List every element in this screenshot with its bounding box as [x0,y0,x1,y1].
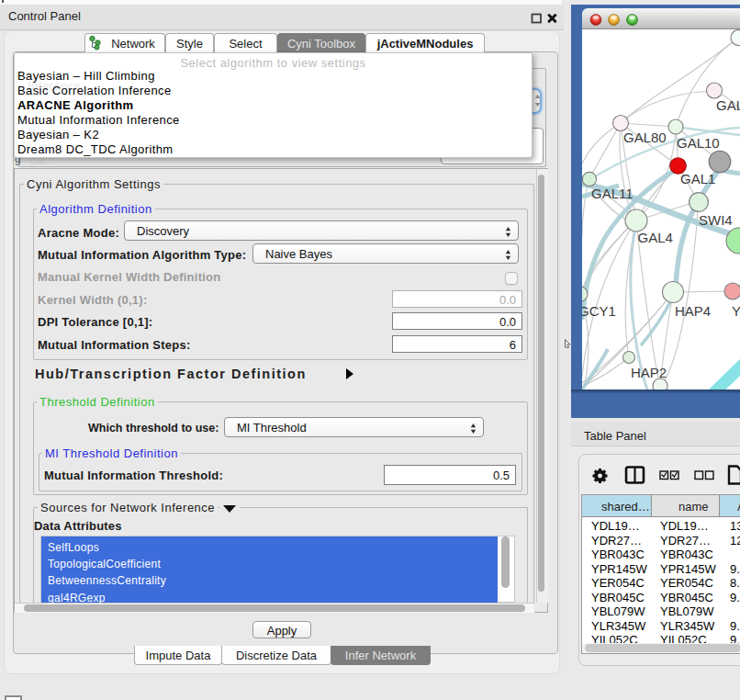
svg-text:HAP4: HAP4 [675,303,711,319]
svg-text:GAL80: GAL80 [623,130,667,145]
svg-text:GAL4: GAL4 [638,230,673,245]
svg-text:GAL11: GAL11 [591,186,633,201]
svg-text:GAL: GAL [716,97,740,113]
svg-text:GAL10: GAL10 [677,135,720,151]
svg-text:Y: Y [732,303,740,319]
svg-text:GCY1: GCY1 [582,303,616,319]
svg-text:HAP2: HAP2 [631,365,667,380]
svg-text:SWI4: SWI4 [699,212,733,228]
svg-text:GAL1: GAL1 [680,171,715,186]
